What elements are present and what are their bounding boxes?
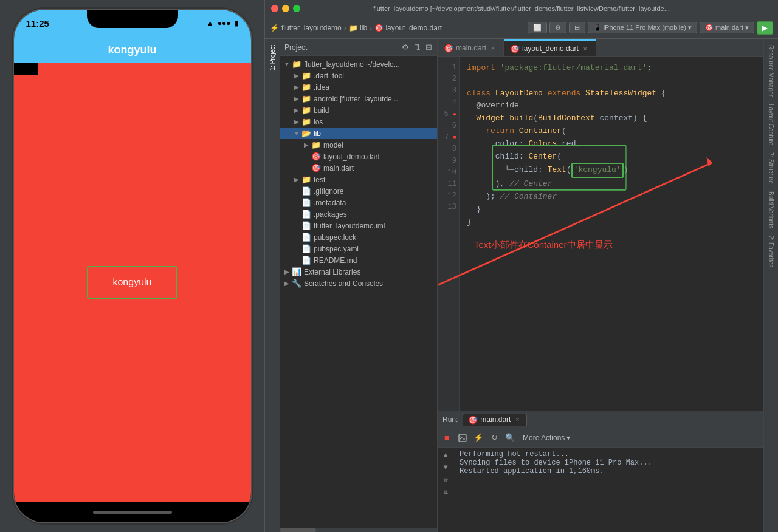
tree-item-idea[interactable]: ▶ 📁 .idea xyxy=(280,81,437,93)
sidebar-tab-structure[interactable]: 7: Structure xyxy=(766,149,776,188)
tab-label: main.dart xyxy=(456,44,486,52)
run-tab-label: main.dart xyxy=(480,415,511,424)
expand-arrow: ▶ xyxy=(292,118,301,125)
tab-main-dart[interactable]: 🎯 main.dart × xyxy=(438,39,504,56)
tree-label: pubspec.yaml xyxy=(314,245,437,253)
main-content: 1: Project Project ⚙ ⇅ ⊟ ▼ 📁 flutter_lay… xyxy=(265,39,778,532)
tab-close-layout[interactable]: × xyxy=(581,44,590,53)
tree-item-packages[interactable]: 📄 .packages xyxy=(280,208,437,220)
console-button[interactable] xyxy=(456,431,469,445)
tree-item-model[interactable]: ▶ 📁 model xyxy=(280,139,437,151)
tree-item-main[interactable]: 🎯 main.dart xyxy=(280,162,437,174)
wifi-icon: ▲ xyxy=(207,19,214,27)
file-tree-content[interactable]: ▼ 📁 flutter_layoutdemo ~/develo... ▶ 📁 .… xyxy=(280,56,437,528)
tree-label: android [flutter_layoutde... xyxy=(314,95,437,103)
tree-item-root[interactable]: ▼ 📁 flutter_layoutdemo ~/develo... xyxy=(280,58,437,70)
tree-label: ios xyxy=(314,118,437,126)
dart-icon: 🎯 xyxy=(311,152,321,161)
phone-app-bar: kongyulu xyxy=(14,36,251,63)
tree-item-test[interactable]: ▶ 📁 test xyxy=(280,174,437,185)
folder-icon-open: 📂 xyxy=(301,129,311,138)
tree-item-metadata[interactable]: 📄 .metadata xyxy=(280,197,437,208)
line-numbers: 1 2 3 4 5 ● 6 7 ■ 8 9 10 11 12 13 xyxy=(438,57,460,411)
left-sidebar-tabs: 1: Project xyxy=(265,39,280,532)
run-button[interactable]: ▶ xyxy=(757,21,773,35)
tree-item-pubspec-yaml[interactable]: 📄 pubspec.yaml xyxy=(280,243,437,254)
tree-item-iml[interactable]: 📄 flutter_layoutdemo.iml xyxy=(280,220,437,231)
tree-item-lib[interactable]: ▼ 📂 lib xyxy=(280,128,437,139)
tree-item-ios[interactable]: ▶ 📁 ios xyxy=(280,116,437,128)
tree-label: .idea xyxy=(314,83,437,92)
format-button-1[interactable]: ⇈ xyxy=(440,474,451,485)
tree-item-gitignore[interactable]: 📄 .gitignore xyxy=(280,185,437,197)
phone-content: kongyulu xyxy=(14,63,251,502)
settings-toolbar-btn[interactable]: ⚙ xyxy=(549,22,566,33)
folder-icon: 📁 xyxy=(292,60,301,69)
tree-label: test xyxy=(314,176,437,184)
sidebar-tab-project[interactable]: 1: Project xyxy=(268,41,277,74)
file-icon: 📄 xyxy=(301,233,311,242)
code-content[interactable]: import 'package:flutter/material.dart'; … xyxy=(460,57,763,411)
file-tree-settings-icon[interactable]: ⚙ xyxy=(402,43,409,52)
scroll-down-button[interactable]: ▼ xyxy=(440,462,451,473)
tree-item-build[interactable]: ▶ 📁 build xyxy=(280,104,437,116)
git-toolbar-btn[interactable]: ⬜ xyxy=(528,22,547,33)
file-tree-sort-icon[interactable]: ⇅ xyxy=(414,43,421,52)
run-tab-main[interactable]: 🎯 main.dart × xyxy=(463,414,527,426)
breadcrumb: ⚡ flutter_layoutdemo › 📁 lib › 🎯 layout_… xyxy=(270,24,525,32)
sidebar-tab-layout-capture[interactable]: Layout Capture xyxy=(766,100,776,149)
tree-item-external-libs[interactable]: ▶ 📊 External Libraries xyxy=(280,266,437,278)
phone-frame: 11:25 ▲ ●●● ▮ kongyulu kongyulu xyxy=(14,10,251,522)
maximize-button[interactable] xyxy=(293,5,300,12)
tab-close-main[interactable]: × xyxy=(489,44,497,52)
no-arrow xyxy=(292,257,301,264)
sidebar-tab-resource-manager[interactable]: Resource Manager xyxy=(766,41,776,100)
device-selector[interactable]: 📱 iPhone 11 Pro Max (mobile) ▾ xyxy=(588,22,697,33)
tree-item-android[interactable]: ▶ 📁 android [flutter_layoutde... xyxy=(280,93,437,104)
breadcrumb-lib[interactable]: 📁 lib xyxy=(349,24,367,32)
tree-label: layout_demo.dart xyxy=(323,152,437,161)
tab-layout-demo[interactable]: 🎯 layout_demo.dart × xyxy=(504,39,596,56)
sidebar-tab-favorites[interactable]: 2: Favorites xyxy=(766,232,776,271)
tree-item-pubspec-lock[interactable]: 📄 pubspec.lock xyxy=(280,231,437,243)
home-bar xyxy=(93,511,172,514)
stop-button[interactable]: ■ xyxy=(440,431,453,445)
sidebar-tab-build-variants[interactable]: Build Variants xyxy=(766,188,776,232)
no-arrow xyxy=(292,234,301,240)
format-button-2[interactable]: ⇊ xyxy=(440,486,451,497)
more-actions-chevron-icon: ▾ xyxy=(566,434,570,442)
console-output: ▲ ▼ ⇈ ⇊ Performing hot restart... Syncin… xyxy=(438,448,763,532)
close-button[interactable] xyxy=(271,5,278,12)
tree-item-readme[interactable]: 📄 README.md xyxy=(280,254,437,266)
window-title: flutter_layoutdemo [~/development/study/… xyxy=(373,5,670,12)
console-format-buttons: ⇈ ⇊ xyxy=(440,474,451,497)
horizontal-scrollbar[interactable] xyxy=(280,528,437,532)
phone-time: 11:25 xyxy=(26,18,49,29)
file-icon: 📄 xyxy=(301,210,311,219)
file-selector[interactable]: 🎯 main.dart ▾ xyxy=(700,22,754,33)
breadcrumb-file[interactable]: 🎯 layout_demo.dart xyxy=(374,24,442,32)
battery-icon: ▮ xyxy=(235,19,239,27)
expand-arrow: ▶ xyxy=(292,95,301,102)
file-tree-header: Project ⚙ ⇅ ⊟ xyxy=(280,39,437,56)
more-actions-button[interactable]: More Actions ▾ xyxy=(519,432,574,443)
breadcrumb-project[interactable]: flutter_layoutdemo xyxy=(281,24,342,32)
hot-restart-button[interactable]: ↻ xyxy=(487,431,501,445)
hot-reload-button[interactable]: ⚡ xyxy=(472,431,485,445)
scroll-up-button[interactable]: ▲ xyxy=(440,450,451,461)
console-line-3: Restarted application in 1,160ms. xyxy=(460,467,759,476)
tree-item-dart-tool[interactable]: ▶ 📁 .dart_tool xyxy=(280,70,437,81)
inspect-button[interactable]: 🔍 xyxy=(503,431,517,445)
folder-icon: 📁 xyxy=(301,83,311,92)
minimize-button[interactable] xyxy=(282,5,289,12)
expand-arrow: ▶ xyxy=(292,84,301,90)
run-tab-close[interactable]: × xyxy=(513,415,522,424)
collapse-toolbar-btn[interactable]: ⊟ xyxy=(569,22,585,33)
no-arrow xyxy=(292,199,301,206)
folder-icon: 📁 xyxy=(301,71,311,80)
tree-item-scratches[interactable]: ▶ 🔧 Scratches and Consoles xyxy=(280,278,437,289)
file-tree-collapse-icon[interactable]: ⊟ xyxy=(425,43,432,52)
tree-item-layout-demo[interactable]: 🎯 layout_demo.dart xyxy=(280,151,437,162)
tree-label: README.md xyxy=(314,256,437,265)
no-arrow xyxy=(292,188,301,194)
